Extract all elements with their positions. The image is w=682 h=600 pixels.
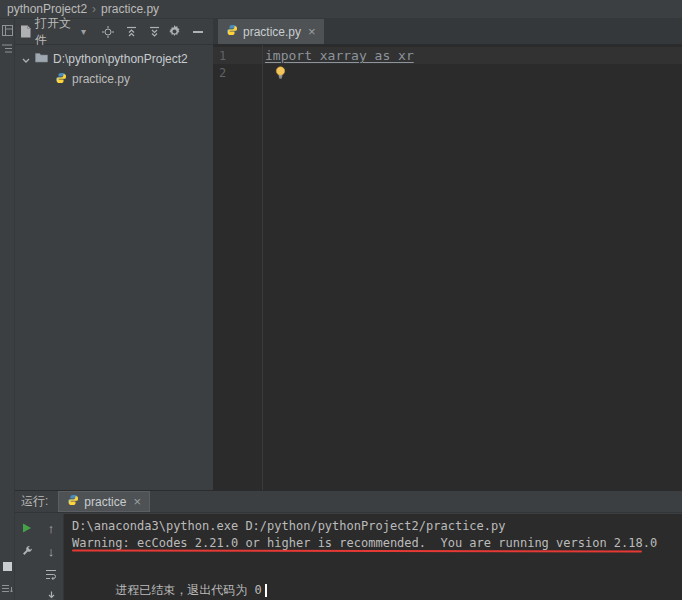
soft-wrap-icon	[45, 569, 57, 580]
chevron-down-icon: ▾	[81, 26, 86, 37]
collapse-all-button[interactable]	[121, 22, 141, 42]
wrench-icon	[21, 545, 33, 557]
breadcrumb: pythonProject2 › practice.py	[0, 0, 682, 19]
tab-run-practice[interactable]: practice ×	[58, 491, 150, 512]
tree-item-practice-py[interactable]: practice.py	[15, 69, 213, 89]
gear-icon[interactable]	[164, 22, 184, 42]
scroll-to-end-icon	[46, 591, 57, 600]
gutter-separator	[262, 45, 263, 490]
python-icon	[55, 72, 67, 87]
locate-file-button[interactable]	[98, 22, 118, 42]
console-line: 进程已结束，退出代码为 0	[72, 565, 682, 582]
run-toolbar: ↑ ↓	[15, 514, 64, 600]
expand-all-button[interactable]	[144, 22, 164, 42]
run-tab-label: practice	[84, 495, 126, 509]
run-panel-header: 运行: practice ×	[15, 490, 682, 513]
edit-configuration-button[interactable]	[17, 541, 37, 561]
breadcrumb-separator: ›	[92, 2, 96, 16]
chevron-down-icon[interactable]	[22, 52, 30, 66]
run-console: D:\anaconda3\python.exe D:/python/python…	[64, 514, 682, 600]
tree-item-root[interactable]: D:\python\pythonProject2	[15, 49, 213, 69]
intention-bulb-icon[interactable]	[275, 66, 286, 79]
tree-file-label: practice.py	[72, 72, 130, 86]
open-files-dropdown[interactable]: 打开文件 ▾	[35, 15, 86, 49]
scroll-to-end-button[interactable]	[41, 586, 61, 600]
stop-icon[interactable]	[1, 560, 14, 573]
tab-practice-py[interactable]: practice.py ×	[218, 19, 324, 44]
up-arrow-icon: ↑	[48, 522, 55, 535]
exit-message: 进程已结束，退出代码为 0	[115, 583, 261, 597]
breadcrumb-file[interactable]: practice.py	[101, 2, 159, 16]
python-icon	[226, 24, 238, 39]
next-occurrence-button[interactable]: ↓	[41, 541, 61, 561]
open-files-label: 打开文件	[35, 15, 78, 49]
list-down-icon[interactable]	[1, 582, 14, 595]
unused-import-code[interactable]: import xarray as xr	[265, 48, 414, 63]
editor[interactable]: 1 import xarray as xr 2	[213, 45, 682, 490]
editor-line: 1 import xarray as xr	[213, 47, 682, 64]
line-number: 1	[213, 49, 262, 63]
project-tool-icon[interactable]	[1, 24, 14, 37]
soft-wrap-button[interactable]	[41, 564, 61, 584]
run-panel-body: ↑ ↓ D:\anaconda3\python.exe D:/python/py…	[15, 514, 682, 600]
down-arrow-icon: ↓	[48, 545, 55, 558]
editor-tab-bar: practice.py ×	[213, 19, 682, 45]
line-number: 2	[213, 66, 262, 80]
python-icon	[67, 494, 79, 509]
tab-label: practice.py	[243, 25, 301, 39]
close-icon[interactable]: ×	[133, 495, 141, 508]
project-toolbar: 打开文件 ▾	[15, 19, 213, 45]
text-caret	[265, 584, 267, 597]
console-line: D:\anaconda3\python.exe D:/python/python…	[72, 518, 682, 535]
folder-icon	[35, 52, 48, 66]
close-icon[interactable]: ×	[308, 25, 316, 38]
structure-tool-icon[interactable]	[1, 42, 14, 55]
project-tree: D:\python\pythonProject2 practice.py	[15, 45, 213, 490]
editor-line: 2	[213, 64, 682, 81]
minimize-panel-button[interactable]	[188, 22, 208, 42]
tree-root-label: D:\python\pythonProject2	[53, 52, 188, 66]
prev-occurrence-button[interactable]: ↑	[41, 518, 61, 538]
file-icon	[20, 25, 31, 38]
tool-window-stripe	[0, 19, 15, 600]
rerun-button[interactable]	[17, 518, 37, 538]
console-line	[72, 552, 682, 565]
run-label: 运行:	[21, 493, 48, 510]
